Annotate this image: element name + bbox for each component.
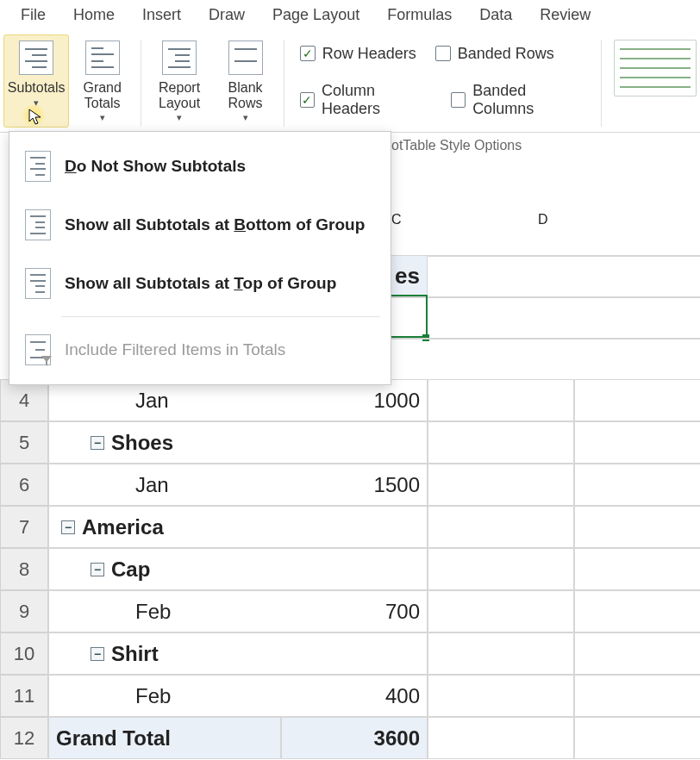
menu-item-label: Do Not Show Subtotals (65, 157, 246, 176)
table-row: 12Grand Total3600 (0, 717, 700, 759)
collapse-icon[interactable]: − (91, 436, 104, 450)
column-header-d[interactable]: D (538, 212, 684, 255)
row-header[interactable]: 11 (0, 675, 48, 717)
cell-d[interactable] (574, 548, 700, 590)
cell-c[interactable] (428, 464, 574, 506)
cell-d[interactable] (574, 632, 700, 675)
cell-a[interactable]: Jan (48, 464, 281, 506)
do-not-show-subtotals-item[interactable]: Do Not Show Subtotals (9, 137, 391, 196)
checkbox-icon (451, 92, 466, 108)
cell[interactable] (391, 338, 428, 340)
checkbox-icon (300, 92, 315, 108)
collapse-icon[interactable]: − (91, 647, 104, 661)
column-header-c[interactable]: C (391, 212, 538, 255)
menu-item-label: Include Filtered Items in Totals (65, 340, 285, 359)
report-layout-icon (162, 40, 197, 75)
chevron-down-icon: ▾ (243, 112, 248, 123)
grand-totals-button[interactable]: GrandTotals ▾ (69, 34, 134, 128)
cell-d[interactable] (574, 506, 700, 548)
cell-d[interactable] (574, 717, 700, 759)
pivottable-style-gallery[interactable] (614, 34, 697, 97)
cell-d[interactable] (574, 464, 700, 506)
banded-columns-label: Banded Columns (472, 82, 585, 118)
cell-b[interactable] (281, 421, 428, 464)
column-headers-checkbox[interactable]: Column Headers (300, 82, 432, 118)
report-layout-button[interactable]: ReportLayout ▾ (147, 34, 212, 128)
cell-c[interactable] (428, 548, 574, 590)
cell-d[interactable] (574, 379, 700, 421)
cell[interactable] (574, 296, 700, 298)
subtotals-bottom-item[interactable]: Show all Subtotals at Bottom of Group (9, 196, 391, 254)
cell-a[interactable]: −Shirt (48, 632, 281, 675)
menu-file[interactable]: File (7, 1, 59, 29)
cell[interactable] (574, 255, 700, 257)
cell-c[interactable] (428, 717, 574, 759)
cell-text: Feb (135, 600, 171, 624)
cell-a[interactable]: −Cap (48, 548, 281, 590)
cell-d[interactable] (574, 590, 700, 632)
cell-text: Grand Total (56, 726, 171, 751)
banded-rows-checkbox[interactable]: Banded Rows (435, 45, 554, 63)
row-headers-checkbox[interactable]: Row Headers (300, 45, 416, 63)
row-header[interactable]: 4 (0, 379, 48, 421)
cell-text: Jan (135, 389, 169, 413)
cell-b[interactable] (281, 506, 428, 548)
cell-b[interactable]: 700 (281, 590, 428, 632)
row-header[interactable]: 9 (0, 590, 48, 632)
menu-draw[interactable]: Draw (195, 1, 259, 29)
cell-d[interactable] (574, 675, 700, 717)
collapse-icon[interactable]: − (91, 563, 104, 576)
cell-a[interactable]: −America (48, 506, 281, 548)
cell-c[interactable] (428, 506, 574, 548)
row-header[interactable]: 7 (0, 506, 48, 548)
table-row: 6Jan1500 (0, 464, 700, 506)
row-header[interactable]: 6 (0, 464, 48, 506)
cell-a[interactable]: Feb (48, 590, 281, 632)
row-headers-label: Row Headers (322, 45, 416, 63)
cell-a[interactable]: Feb (48, 675, 281, 717)
cell[interactable] (428, 296, 574, 298)
cell-text: America (82, 515, 164, 539)
cell-b[interactable] (281, 632, 428, 675)
chevron-down-icon: ▾ (100, 112, 105, 123)
cell-text: Jan (135, 473, 169, 497)
row-header[interactable]: 10 (0, 632, 48, 675)
row-header[interactable]: 12 (0, 717, 48, 759)
row-header[interactable]: 5 (0, 421, 48, 464)
menu-formulas[interactable]: Formulas (373, 1, 466, 29)
cell[interactable] (428, 255, 574, 257)
cell-c[interactable] (428, 379, 574, 421)
cell-b[interactable]: 3600 (281, 717, 428, 759)
collapse-icon[interactable]: − (61, 520, 75, 534)
cell-text: Shirt (111, 642, 159, 666)
ribbon-divider (601, 40, 602, 127)
cell-c[interactable] (428, 632, 574, 675)
subtotals-top-icon (25, 268, 51, 299)
ribbon: Subtotals ▾ GrandTotals ▾ ReportLayout ▾… (0, 29, 700, 133)
cell-b[interactable]: 1000 (281, 379, 428, 421)
menu-review[interactable]: Review (526, 1, 604, 29)
row-header[interactable]: 8 (0, 548, 48, 590)
cell-a[interactable]: Grand Total (48, 717, 281, 759)
banded-columns-checkbox[interactable]: Banded Columns (451, 82, 585, 118)
menu-item-label: Show all Subtotals at Bottom of Group (65, 215, 365, 234)
cell-b[interactable]: 1500 (281, 464, 428, 506)
cell[interactable] (574, 338, 700, 340)
cell-a[interactable]: −Shoes (48, 421, 281, 464)
menu-data[interactable]: Data (466, 1, 526, 29)
cell-c[interactable] (428, 590, 574, 632)
ribbon-group-caption: otTable Style Options (391, 138, 522, 153)
banded-rows-label: Banded Rows (458, 45, 554, 63)
menu-insert[interactable]: Insert (128, 1, 195, 29)
cell-c[interactable] (428, 421, 574, 464)
cell-a[interactable]: Jan (48, 379, 281, 421)
blank-rows-button[interactable]: BlankRows ▾ (212, 34, 278, 128)
menu-home[interactable]: Home (59, 1, 128, 29)
cell-b[interactable] (281, 548, 428, 590)
cell-c[interactable] (428, 675, 574, 717)
subtotals-top-item[interactable]: Show all Subtotals at Top of Group (9, 254, 391, 313)
cell[interactable] (428, 338, 574, 340)
menu-page-layout[interactable]: Page Layout (259, 1, 373, 29)
cell-b[interactable]: 400 (281, 675, 428, 717)
cell-d[interactable] (574, 421, 700, 464)
